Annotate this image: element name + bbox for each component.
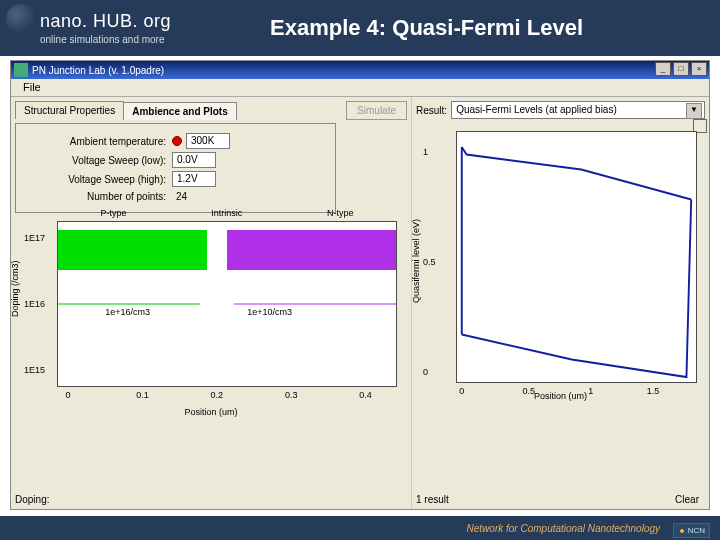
xtick: 0.4 [359,390,372,400]
doping-ylabel: Doping (/cm3) [10,260,20,317]
simulate-button[interactable]: Simulate [346,101,407,120]
slide-footer: Network for Computational Nanotechnology… [0,516,720,540]
xtick: 0.2 [211,390,224,400]
ytick: 1 [423,147,428,157]
brand: nano. HUB. org [40,11,250,32]
doping-xlabel: Position (um) [184,407,237,417]
xtick: 0.1 [136,390,149,400]
globe-icon [6,4,36,34]
clear-button[interactable]: Clear [675,494,705,505]
minimize-button[interactable]: _ [655,62,671,76]
footer-text: Network for Computational Nanotechnology [467,523,660,534]
ytick: 1E17 [24,233,45,243]
menu-bar: File [11,79,709,97]
ytick: 0 [423,367,428,377]
close-button[interactable]: × [691,62,707,76]
result-label: Result: [416,105,447,116]
legend-i: Intrinsic [211,208,242,218]
tagline: online simulations and more [40,34,250,45]
npoints-label: Number of points: [22,191,172,202]
vsweep-low-label: Voltage Sweep (low): [22,155,172,166]
tab-ambience[interactable]: Ambience and Plots [123,102,237,120]
app-window: PN Junction Lab (v. 1.0padre) _ □ × File… [10,60,710,510]
ambient-temp-input[interactable]: 300K [186,133,230,149]
xtick: 0 [66,390,71,400]
maximize-button[interactable]: □ [673,62,689,76]
legend-n: N-type [327,208,354,218]
npoints-value: 24 [172,190,191,203]
ambient-temp-label: Ambient temperature: [22,136,172,147]
quasifermi-chart: Quasifermi level (eV) 1 0.5 0 0 0.5 1 1.… [416,123,705,423]
vsweep-high-input[interactable]: 1.2V [172,171,216,187]
vsweep-high-label: Voltage Sweep (high): [22,174,172,185]
xtick: 1 [588,386,593,396]
xtick: 0.3 [285,390,298,400]
qf-ylabel: Quasifermi level (eV) [411,219,421,303]
page-title: Example 4: Quasi-Fermi Level [270,15,583,41]
result-dropdown[interactable]: Quasi-Fermi Levels (at applied bias) [451,101,705,119]
parameters-panel: Ambient temperature: 300K Voltage Sweep … [15,123,336,213]
left-panel: Structural Properties Ambience and Plots… [11,97,411,509]
p-annotation: 1e+16/cm3 [105,307,150,317]
qf-xlabel: Position (um) [534,391,587,401]
result-count: 1 result [416,494,449,505]
doping-row-label: Doping: [15,494,49,505]
legend-p: P-type [100,208,126,218]
app-icon [14,63,28,77]
param-changed-icon [172,136,182,146]
slide-header: nano. HUB. org online simulations and mo… [0,0,720,56]
ytick: 0.5 [423,257,436,267]
result-selected: Quasi-Fermi Levels (at applied bias) [456,104,617,115]
vsweep-low-input[interactable]: 0.0V [172,152,216,168]
xtick: 1.5 [647,386,660,396]
ytick: 1E15 [24,365,45,375]
n-annotation: 1e+10/cm3 [247,307,292,317]
ytick: 1E16 [24,299,45,309]
xtick: 0 [459,386,464,396]
window-titlebar[interactable]: PN Junction Lab (v. 1.0padre) _ □ × [11,61,709,79]
right-panel: Result: Quasi-Fermi Levels (at applied b… [411,97,709,509]
menu-file[interactable]: File [17,79,47,95]
ncn-badge: NCN [673,523,710,538]
window-title: PN Junction Lab (v. 1.0padre) [32,65,164,76]
tab-structural[interactable]: Structural Properties [15,101,124,119]
doping-chart: Doping (/cm3) P-type Intrinsic N-type 1e… [15,217,407,417]
